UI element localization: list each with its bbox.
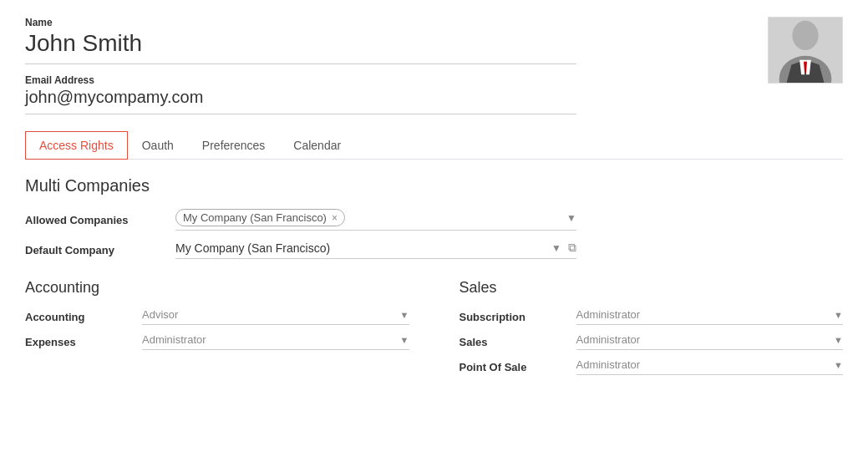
tab-calendar[interactable]: Calendar bbox=[279, 131, 355, 160]
allowed-companies-label: Allowed Companies bbox=[25, 214, 175, 226]
allowed-companies-dropdown[interactable]: ▼ bbox=[560, 212, 576, 224]
sales-dropdown-2[interactable]: ▼ bbox=[830, 360, 843, 370]
sales-field-row-2: Point Of Sale Administrator ▼ bbox=[459, 358, 844, 375]
sales-section: Sales Subscription Administrator ▼ Sales… bbox=[459, 279, 844, 383]
default-company-text: My Company (San Francisco) bbox=[175, 241, 545, 255]
sales-field-value-0[interactable]: Administrator ▼ bbox=[576, 308, 844, 325]
accounting-field-label-0: Accounting bbox=[25, 311, 142, 323]
sales-field-value-2[interactable]: Administrator ▼ bbox=[576, 358, 844, 375]
company-tag-text: My Company (San Francisco) bbox=[183, 211, 327, 224]
accounting-field-label-1: Expenses bbox=[25, 336, 142, 348]
accounting-title: Accounting bbox=[25, 279, 409, 297]
sales-dropdown-0[interactable]: ▼ bbox=[830, 310, 843, 320]
tabs-container: Access Rights Oauth Preferences Calendar bbox=[25, 131, 843, 160]
tab-access-rights[interactable]: Access Rights bbox=[25, 131, 128, 160]
email-value: john@mycompamy.com bbox=[25, 88, 576, 114]
accounting-field-row-0: Accounting Advisor ▼ bbox=[25, 308, 409, 325]
sales-field-text-0: Administrator bbox=[576, 308, 831, 321]
name-label: Name bbox=[25, 17, 843, 28]
tab-preferences[interactable]: Preferences bbox=[188, 131, 279, 160]
multi-companies-section: Multi Companies Allowed Companies My Com… bbox=[25, 176, 843, 259]
accounting-dropdown-1[interactable]: ▼ bbox=[397, 335, 409, 345]
avatar-image bbox=[769, 18, 842, 83]
sales-field-text-1: Administrator bbox=[576, 333, 831, 346]
accounting-field-text-0: Advisor bbox=[142, 308, 397, 321]
accounting-section: Accounting Accounting Advisor ▼ Expenses… bbox=[25, 279, 409, 383]
accounting-sales-sections: Accounting Accounting Advisor ▼ Expenses… bbox=[25, 279, 843, 383]
sales-field-row-0: Subscription Administrator ▼ bbox=[459, 308, 844, 325]
accounting-field-value-0[interactable]: Advisor ▼ bbox=[142, 308, 409, 325]
accounting-dropdown-0[interactable]: ▼ bbox=[397, 310, 409, 320]
email-label: Email Address bbox=[25, 74, 843, 86]
default-company-row: Default Company My Company (San Francisc… bbox=[25, 241, 843, 259]
accounting-field-value-1[interactable]: Administrator ▼ bbox=[142, 333, 409, 350]
sales-field-value-1[interactable]: Administrator ▼ bbox=[576, 333, 844, 350]
sales-field-label-2: Point Of Sale bbox=[459, 361, 576, 373]
default-company-value[interactable]: My Company (San Francisco) ▼ ⧉ bbox=[175, 241, 576, 259]
sales-dropdown-1[interactable]: ▼ bbox=[830, 335, 843, 345]
sales-field-label-0: Subscription bbox=[459, 311, 576, 323]
avatar bbox=[768, 17, 843, 84]
default-company-external-link[interactable]: ⧉ bbox=[568, 241, 576, 255]
sales-field-text-2: Administrator bbox=[576, 358, 831, 371]
name-value: John Smith bbox=[25, 30, 576, 64]
company-tag: My Company (San Francisco) × bbox=[175, 209, 345, 226]
allowed-companies-row: Allowed Companies My Company (San Franci… bbox=[25, 209, 843, 231]
default-company-label: Default Company bbox=[25, 244, 175, 256]
sales-title: Sales bbox=[459, 279, 844, 297]
multi-companies-title: Multi Companies bbox=[25, 176, 843, 195]
sales-field-row-1: Sales Administrator ▼ bbox=[459, 333, 844, 350]
allowed-companies-value[interactable]: My Company (San Francisco) × ▼ bbox=[175, 209, 576, 231]
tab-oauth[interactable]: Oauth bbox=[128, 131, 188, 160]
svg-point-1 bbox=[792, 21, 818, 50]
company-tag-remove[interactable]: × bbox=[332, 212, 338, 224]
default-company-dropdown[interactable]: ▼ bbox=[545, 242, 561, 254]
accounting-field-text-1: Administrator bbox=[142, 333, 397, 346]
page-container: Name John Smith Email Address john@mycom… bbox=[0, 0, 868, 472]
accounting-field-row-1: Expenses Administrator ▼ bbox=[25, 333, 409, 350]
sales-field-label-1: Sales bbox=[459, 336, 576, 348]
